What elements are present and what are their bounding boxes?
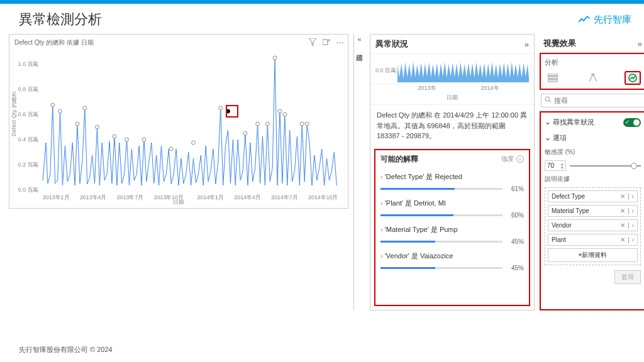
search-box[interactable] — [541, 94, 644, 107]
explanation-pct: 60% — [506, 212, 524, 219]
mini-chart-x-tick: 2014年 — [480, 84, 499, 92]
remove-icon[interactable]: ✕ — [620, 236, 625, 243]
timeseries-chart-visual[interactable]: Defect Qty 的總和 依據 日期 ⋯ 0.0 百萬 0.2 百萬 0.4… — [9, 34, 348, 209]
svg-text:0.6 百萬: 0.6 百萬 — [18, 111, 39, 118]
search-input[interactable] — [554, 97, 641, 104]
chevron-right-icon[interactable]: » — [525, 40, 529, 49]
strength-label: 強度 — [501, 155, 514, 163]
fields-tab-icon[interactable] — [545, 71, 561, 85]
svg-text:日期: 日期 — [173, 199, 184, 204]
svg-text:2014年1月: 2014年1月 — [197, 194, 223, 200]
add-field-button[interactable]: +新增資料 — [548, 248, 638, 262]
divider: | — [628, 236, 630, 243]
svg-point-11 — [96, 125, 99, 129]
explanation-item[interactable]: 'Vendor' 是 Vaiazozice 45% — [380, 248, 524, 274]
search-icon — [545, 96, 552, 105]
apply-button[interactable]: 套用 — [614, 270, 641, 284]
explanation-label[interactable]: 'Vendor' 是 Vaiazozice — [380, 251, 524, 261]
explanation-label[interactable]: 'Plant' 是 Detriot, MI — [380, 199, 524, 208]
info-icon[interactable]: i — [516, 155, 524, 163]
mini-chart-y-tick: 0.0 百萬 — [375, 67, 396, 75]
svg-point-25 — [300, 122, 304, 126]
svg-rect-0 — [323, 40, 328, 45]
field-chip[interactable]: Material Type✕|› — [548, 205, 638, 217]
chevron-right-icon[interactable]: › — [632, 193, 634, 200]
field-chip[interactable]: Plant✕|› — [548, 234, 638, 246]
svg-point-19 — [243, 131, 247, 135]
field-chip[interactable]: Vendor✕|› — [548, 219, 638, 231]
svg-point-8 — [58, 109, 62, 113]
svg-point-23 — [278, 109, 282, 113]
chart-svg: 0.0 百萬 0.2 百萬 0.4 百萬 0.6 百萬 0.8 百萬 1.0 百… — [12, 48, 345, 204]
remove-icon[interactable]: ✕ — [620, 222, 625, 229]
svg-rect-39 — [548, 80, 558, 82]
page-header: 異常檢測分析 先行智庫 — [0, 4, 644, 34]
explanation-pct: 61% — [506, 185, 524, 192]
svg-point-41 — [545, 97, 550, 101]
find-anomaly-label: 尋找異常狀況 — [553, 118, 594, 126]
anomaly-panel-title: 異常狀況 — [375, 38, 408, 50]
stepper-icon[interactable]: ▴▾ — [561, 162, 564, 169]
explanation-item[interactable]: 'Material Type' 是 Pump 45% — [380, 221, 524, 248]
svg-point-10 — [83, 106, 87, 110]
explanation-item[interactable]: 'Plant' 是 Detriot, MI 60% — [380, 195, 524, 221]
chevron-right-icon[interactable]: › — [632, 222, 634, 229]
chart-plot-area[interactable]: 0.0 百萬 0.2 百萬 0.4 百萬 0.6 百萬 0.8 百萬 1.0 百… — [12, 48, 345, 204]
svg-point-16 — [192, 141, 196, 145]
svg-point-20 — [256, 122, 260, 126]
explanation-label[interactable]: 'Defect Type' 是 Rejected — [380, 172, 524, 182]
explanation-label[interactable]: 'Material Type' 是 Pump — [380, 225, 524, 234]
analytics-tab-icon[interactable] — [625, 71, 641, 85]
chevron-right-icon[interactable]: › — [632, 236, 634, 243]
sensitivity-slider[interactable] — [570, 165, 641, 167]
svg-point-26 — [305, 122, 309, 126]
svg-point-12 — [113, 134, 116, 138]
chevron-left-icon[interactable]: « — [357, 35, 361, 43]
svg-point-7 — [51, 103, 55, 107]
remove-icon[interactable]: ✕ — [620, 207, 625, 214]
svg-text:2013年1月: 2013年1月 — [43, 194, 69, 200]
chevron-right-icon[interactable]: » — [638, 39, 642, 48]
filters-label: 篩選 — [355, 47, 364, 49]
chart-toolbar: ⋯ — [309, 38, 344, 48]
viz-tab-label: 分析 — [543, 57, 642, 70]
options-label[interactable]: 選項 — [545, 132, 641, 144]
mini-overview-chart[interactable]: 0.0 百萬 — [370, 54, 534, 84]
page-title: 異常檢測分析 — [19, 10, 102, 29]
filters-collapse-bar[interactable]: « 篩選 — [353, 34, 365, 310]
mini-chart-x-title: 日期 — [370, 94, 534, 105]
anomaly-panel: 異常狀況 » 0.0 百萬 2013年 2014年 日期 Defect Qty … — [370, 34, 535, 310]
viz-panel-title: 視覺效果 — [543, 38, 576, 49]
svg-text:0.8 百萬: 0.8 百萬 — [18, 86, 39, 92]
find-anomaly-toggle[interactable]: ✓ — [623, 118, 641, 127]
field-chip[interactable]: Defect Type✕|› — [548, 190, 638, 202]
svg-point-22 — [273, 56, 277, 60]
svg-text:Defect Qty 的總和: Defect Qty 的總和 — [12, 91, 17, 136]
svg-text:0.2 百萬: 0.2 百萬 — [18, 162, 39, 168]
focus-mode-icon[interactable] — [323, 38, 330, 48]
filter-icon[interactable] — [309, 38, 316, 48]
chevron-right-icon[interactable]: › — [632, 207, 634, 214]
more-options-icon[interactable]: ⋯ — [336, 38, 344, 48]
anomaly-highlight-box — [226, 105, 238, 118]
svg-text:0.0 百萬: 0.0 百萬 — [18, 187, 39, 193]
svg-text:2013年7月: 2013年7月 — [117, 194, 143, 200]
svg-rect-38 — [548, 77, 558, 79]
explain-by-field-well[interactable]: Defect Type✕|› Material Type✕|› Vendor✕|… — [545, 187, 641, 265]
svg-text:2014年7月: 2014年7月 — [271, 194, 297, 200]
svg-point-9 — [75, 122, 79, 126]
svg-text:1.0 百萬: 1.0 百萬 — [18, 61, 39, 67]
sensitivity-input[interactable]: 70 ▴▾ — [545, 160, 566, 171]
sensitivity-label: 敏感度 (%) — [545, 148, 641, 156]
explanation-item[interactable]: 'Defect Type' 是 Rejected 61% — [380, 168, 524, 195]
divider: | — [628, 193, 630, 200]
format-tab-icon[interactable] — [585, 71, 601, 85]
svg-text:0.4 百萬: 0.4 百萬 — [18, 136, 39, 143]
divider: | — [628, 222, 630, 229]
brand-logo[interactable]: 先行智庫 — [579, 14, 631, 26]
mini-chart-svg — [397, 58, 529, 84]
svg-text:2014年10月: 2014年10月 — [308, 194, 338, 200]
remove-icon[interactable]: ✕ — [620, 193, 625, 200]
divider: | — [628, 207, 630, 214]
visualizations-panel: 視覺效果 » 分析 ⌄ 尋找異常狀況 ✓ 選項 敏感度 (%) 70 — [540, 34, 644, 310]
